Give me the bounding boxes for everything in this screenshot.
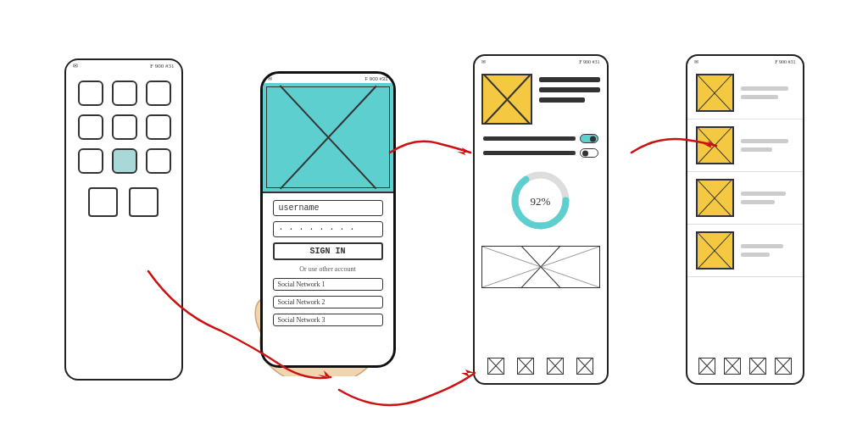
app-icon-2 [112,81,137,106]
signin-button[interactable]: SIGN IN [273,242,383,260]
progress-area: 92% [475,160,607,241]
list-line-2-1 [741,139,789,143]
screen4-wireframe: ✉ F 900 #31 [686,54,804,385]
phone-login-area: username · · · · · · · · SIGN IN Or use … [263,193,393,365]
list-item-4 [687,225,803,277]
toggle-label-line-2 [483,151,576,155]
text-line-3 [539,97,585,103]
screen3-bottom-icon-4 [576,358,593,375]
app-icon-5 [112,114,137,140]
screen3-placeholder-rect [481,246,600,288]
list-text-3 [741,192,794,204]
phone-header-image [263,83,393,193]
screen1-signal-text: F 900 #31 [150,63,174,69]
phone-envelope: ✉ [268,75,272,81]
app-icon-7 [78,148,103,174]
screen3-bottom-icon-3 [547,358,564,375]
list-line-3-2 [741,200,776,204]
progress-circle: 92% [509,169,572,232]
social-btn-1[interactable]: Social Network 1 [273,278,383,291]
svg-marker-1 [457,147,470,155]
text-line-1 [539,77,600,82]
screen4-bottom-icon-3 [749,358,766,375]
screen3-bottom-icon-2 [517,358,534,375]
list-image-3 [696,179,734,217]
social-btn-3[interactable]: Social Network 3 [273,314,383,326]
social-btn-2[interactable]: Social Network 2 [273,296,383,308]
list-item-1 [687,67,803,119]
screen3-envelope: ✉ [481,58,486,64]
phone-container: ✉ F 900 #31 username · · · · · · · · SIG… [260,71,396,368]
list-image-2 [696,126,734,164]
toggle-row-1 [475,131,607,146]
list-text-4 [741,244,794,257]
text-line-2 [539,87,600,92]
screen1-bottom-icons [66,182,181,220]
app-icon-1 [78,81,103,106]
toggle-switch-1[interactable] [580,134,598,143]
screen4-bottom-icon-4 [775,358,792,375]
screen3-status-text: F 900 #31 [579,59,599,64]
x-lines-svg [482,247,599,287]
list-item-3 [687,172,803,225]
phone-header-placeholder [266,86,390,188]
phone-status-text: F 900 #31 [364,76,387,81]
list-text-1 [741,86,794,99]
toggle-row-2 [475,146,607,160]
list-item-2 [687,119,803,172]
detail-text-lines [539,74,600,103]
bottom-icon-large-1 [88,187,118,217]
phone-wireframe: ✉ F 900 #31 username · · · · · · · · SIG… [260,71,396,368]
list-line-4-2 [741,253,771,257]
screen1-status-icons: F 900 #31 [150,63,174,69]
list-line-2-2 [741,147,773,152]
app-icon-4 [78,114,103,140]
phone-status-bar: ✉ F 900 #31 [263,74,393,83]
username-field[interactable]: username [273,200,383,216]
list-line-1-1 [741,86,789,91]
svg-text:92%: 92% [531,195,551,208]
screen1-envelope-icon: ✉ [73,63,78,69]
toggle-switch-2[interactable] [580,148,598,158]
screen4-envelope: ✉ [694,58,698,64]
list-line-4-1 [741,244,783,248]
bottom-icon-large-2 [129,187,159,217]
list-line-1-2 [741,95,778,99]
screen4-bottom-icon-2 [724,358,741,375]
screen4-bottom-icons [687,354,803,378]
app-grid [66,72,181,182]
or-text: Or use other account [273,265,383,273]
detail-image-area [475,67,607,131]
scene: ✉ F 900 #31 [0,0,868,439]
app-icon-6 [146,114,171,140]
screen1-status-bar: ✉ F 900 #31 [66,60,181,72]
app-icon-9 [146,148,171,174]
list-line-3-1 [741,192,787,196]
screen3-bottom-icons [475,354,607,378]
screen3-status-bar: ✉ F 900 #31 [475,56,607,67]
toggle-label-line-1 [483,136,576,141]
list-text-2 [741,139,794,152]
screen3-wireframe: ✉ F 900 #31 92% [473,54,609,385]
list-image-4 [696,231,734,270]
screen1-wireframe: ✉ F 900 #31 [64,58,183,381]
screen4-bottom-icon-1 [698,358,715,375]
password-field[interactable]: · · · · · · · · [273,221,383,237]
screen3-bottom-icon-1 [487,358,504,375]
screen4-status-bar: ✉ F 900 #31 [687,56,803,67]
app-icon-3 [146,81,171,106]
list-image-1 [696,74,734,112]
screen4-status-text: F 900 #31 [775,59,795,64]
detail-image-placeholder [481,74,532,125]
app-icon-8-highlighted [112,148,137,174]
